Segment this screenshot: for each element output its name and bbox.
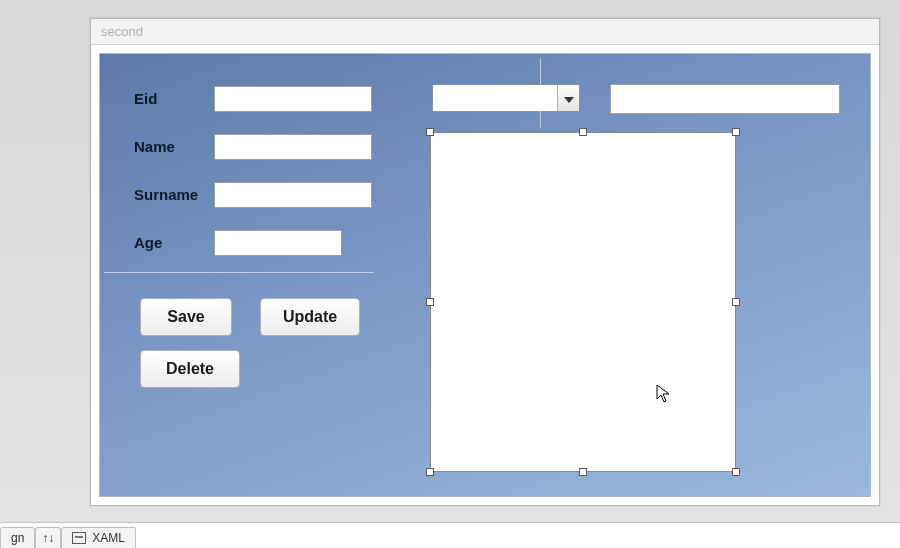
tab-xaml[interactable]: XAML xyxy=(61,527,136,549)
age-field[interactable] xyxy=(214,230,342,256)
designer-tabstrip: gn ↑↓ XAML xyxy=(0,522,900,548)
label-surname: Surname xyxy=(134,186,198,203)
label-age: Age xyxy=(134,234,162,251)
snap-line-vertical xyxy=(540,58,541,128)
resize-handle-s[interactable] xyxy=(579,468,587,476)
label-eid: Eid xyxy=(134,90,157,107)
tab-design-label: gn xyxy=(11,531,24,545)
designer-workspace: second Eid Name Surname Age Save Update … xyxy=(0,0,900,548)
swap-icon: ↑↓ xyxy=(42,532,54,544)
grid-root[interactable]: Eid Name Surname Age Save Update Delete xyxy=(99,53,871,497)
content-panel[interactable] xyxy=(430,132,736,472)
label-name: Name xyxy=(134,138,175,155)
delete-button[interactable]: Delete xyxy=(140,350,240,388)
search-textbox[interactable] xyxy=(610,84,840,114)
combobox-dropdown-button[interactable] xyxy=(557,85,579,111)
resize-handle-w[interactable] xyxy=(426,298,434,306)
name-field[interactable] xyxy=(214,134,372,160)
resize-handle-sw[interactable] xyxy=(426,468,434,476)
tab-design[interactable]: gn xyxy=(0,527,35,549)
resize-handle-nw[interactable] xyxy=(426,128,434,136)
tab-xaml-label: XAML xyxy=(92,531,125,545)
chevron-down-icon xyxy=(564,89,574,107)
window-title: second xyxy=(91,19,879,45)
eid-field[interactable] xyxy=(214,86,372,112)
combobox[interactable] xyxy=(432,84,580,112)
resize-handle-e[interactable] xyxy=(732,298,740,306)
window-preview: second Eid Name Surname Age Save Update … xyxy=(90,18,880,506)
update-button[interactable]: Update xyxy=(260,298,360,336)
snap-line-horizontal xyxy=(104,272,374,273)
surname-field[interactable] xyxy=(214,182,372,208)
resize-handle-se[interactable] xyxy=(732,468,740,476)
resize-handle-n[interactable] xyxy=(579,128,587,136)
save-button[interactable]: Save xyxy=(140,298,232,336)
xaml-icon xyxy=(72,532,86,544)
resize-handle-ne[interactable] xyxy=(732,128,740,136)
swap-panes-button[interactable]: ↑↓ xyxy=(35,527,61,549)
